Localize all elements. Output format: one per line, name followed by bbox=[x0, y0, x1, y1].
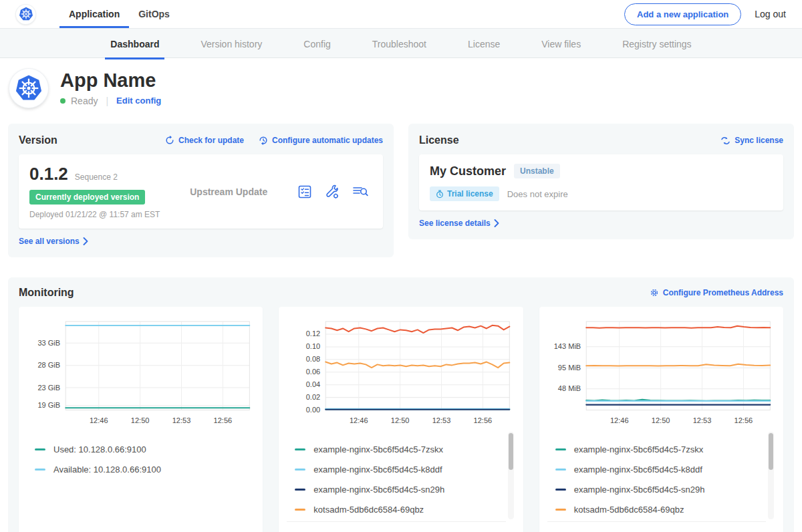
legend-scrollbar[interactable] bbox=[508, 432, 514, 519]
svg-text:23 GiB: 23 GiB bbox=[37, 384, 60, 392]
divider: | bbox=[106, 96, 108, 106]
config-wrench-icon[interactable] bbox=[324, 184, 340, 200]
legend-swatch bbox=[295, 469, 305, 471]
legend-item: example-nginx-5bc6f5d4c5-sn29h bbox=[555, 485, 762, 495]
top-navbar: Application GitOps Add a new application… bbox=[0, 0, 802, 28]
svg-text:0.00: 0.00 bbox=[306, 406, 320, 414]
legend-swatch bbox=[35, 469, 45, 471]
legend-item: example-nginx-5bc6f5d4c5-k8ddf bbox=[555, 464, 762, 475]
legend-label: example-nginx-5bc6f5d4c5-k8ddf bbox=[313, 464, 442, 475]
see-all-versions-link[interactable]: See all versions bbox=[19, 237, 88, 246]
topnav-tab-gitops[interactable]: GitOps bbox=[129, 0, 179, 28]
legend-label: Used: 10.128.0.66:9100 bbox=[53, 444, 146, 454]
chart-card-cpu-usage: 0.000.020.040.060.080.100.1212:4612:5012… bbox=[279, 307, 523, 532]
version-number: 0.1.2 bbox=[29, 164, 68, 184]
deployed-timestamp: Deployed 01/21/22 @ 11:57 am EST bbox=[29, 210, 160, 219]
svg-text:12:46: 12:46 bbox=[90, 416, 108, 424]
app-subnav: Dashboard Version history Config Trouble… bbox=[0, 28, 802, 58]
check-for-update-link[interactable]: Check for update bbox=[165, 136, 244, 145]
topnav-tab-application[interactable]: Application bbox=[59, 0, 129, 28]
topnav-tabs: Application GitOps bbox=[59, 0, 179, 28]
svg-text:12:53: 12:53 bbox=[172, 416, 191, 424]
svg-text:12:56: 12:56 bbox=[214, 416, 233, 424]
trial-license-badge: Trial license bbox=[430, 186, 499, 201]
svg-text:12:56: 12:56 bbox=[474, 416, 493, 424]
legend-divider bbox=[547, 521, 766, 522]
refresh-icon bbox=[165, 136, 174, 145]
app-avatar bbox=[9, 69, 48, 108]
tab-registry-settings[interactable]: Registry settings bbox=[617, 29, 696, 59]
license-details-box: My Customer Unstable Trial license Does … bbox=[419, 154, 783, 211]
license-card: License Sync license My Customer Unstabl… bbox=[408, 124, 794, 239]
version-card: Version Check for update Configure au bbox=[8, 124, 394, 257]
legend-label: example-nginx-5bc6f5d4c5-7zskx bbox=[574, 444, 704, 454]
tab-troubleshoot[interactable]: Troubleshoot bbox=[367, 29, 432, 59]
svg-text:12:53: 12:53 bbox=[692, 416, 711, 424]
legend-swatch bbox=[555, 489, 566, 491]
tab-dashboard[interactable]: Dashboard bbox=[105, 29, 164, 59]
add-new-application-button[interactable]: Add a new application bbox=[624, 3, 741, 25]
tab-version-history[interactable]: Version history bbox=[195, 29, 267, 59]
edit-config-link[interactable]: Edit config bbox=[116, 96, 161, 106]
disk-usage-legend: Used: 10.128.0.66:9100Available: 10.128.… bbox=[27, 434, 255, 525]
svg-text:12:53: 12:53 bbox=[432, 416, 451, 424]
legend-swatch bbox=[295, 448, 305, 450]
legend-scrollbar-thumb[interactable] bbox=[769, 433, 773, 470]
legend-item: kotsadm-5db6dc6584-69qbz bbox=[295, 505, 501, 515]
logout-button[interactable]: Log out bbox=[755, 9, 786, 19]
disk-usage-plot: 19 GiB23 GiB28 GiB33 GiB12:4612:5012:531… bbox=[27, 315, 255, 428]
svg-text:28 GiB: 28 GiB bbox=[37, 361, 60, 369]
legend-divider bbox=[287, 521, 505, 522]
svg-text:0.04: 0.04 bbox=[306, 380, 320, 388]
svg-text:19 GiB: 19 GiB bbox=[37, 401, 60, 409]
configure-prometheus-link[interactable]: Configure Prometheus Address bbox=[650, 288, 783, 297]
chevron-right-icon bbox=[494, 219, 499, 227]
configure-automatic-updates-label: Configure automatic updates bbox=[272, 136, 383, 145]
legend-scrollbar[interactable] bbox=[768, 432, 774, 519]
kubernetes-logo bbox=[16, 5, 35, 24]
svg-text:12:46: 12:46 bbox=[610, 416, 629, 424]
trial-license-label: Trial license bbox=[447, 189, 493, 198]
memory-usage-plot: 48 MiB95 MiB143 MiB12:4612:5012:5312:56 bbox=[547, 315, 775, 428]
version-card-title: Version bbox=[19, 134, 57, 146]
view-logs-icon[interactable] bbox=[352, 184, 368, 199]
monitoring-title: Monitoring bbox=[19, 287, 74, 299]
legend-label: Available: 10.128.0.66:9100 bbox=[53, 464, 161, 475]
legend-label: example-nginx-5bc6f5d4c5-k8ddf bbox=[574, 464, 702, 475]
page-title: App Name bbox=[60, 70, 161, 92]
legend-item: Available: 10.128.0.66:9100 bbox=[35, 464, 241, 475]
svg-text:48 MiB: 48 MiB bbox=[558, 384, 581, 392]
svg-text:33 GiB: 33 GiB bbox=[37, 339, 60, 347]
legend-swatch bbox=[295, 489, 305, 491]
sync-license-link[interactable]: Sync license bbox=[720, 136, 783, 145]
configure-automatic-updates-link[interactable]: Configure automatic updates bbox=[259, 136, 383, 145]
svg-text:12:46: 12:46 bbox=[350, 416, 368, 424]
svg-text:0.12: 0.12 bbox=[306, 329, 320, 338]
legend-swatch bbox=[555, 448, 566, 450]
tab-view-files[interactable]: View files bbox=[536, 29, 586, 59]
legend-label: example-nginx-5bc6f5d4c5-sn29h bbox=[574, 485, 705, 495]
legend-label: kotsadm-5db6dc6584-69qbz bbox=[313, 505, 424, 515]
chart-card-disk-usage: 19 GiB23 GiB28 GiB33 GiB12:4612:5012:531… bbox=[19, 307, 263, 532]
stopwatch-icon bbox=[436, 190, 444, 198]
charts-row: 19 GiB23 GiB28 GiB33 GiB12:4612:5012:531… bbox=[19, 307, 783, 532]
tab-license[interactable]: License bbox=[462, 29, 505, 59]
legend-swatch bbox=[555, 469, 566, 471]
svg-text:12:50: 12:50 bbox=[131, 416, 150, 424]
tab-config[interactable]: Config bbox=[298, 29, 336, 59]
svg-text:143 MiB: 143 MiB bbox=[553, 342, 580, 350]
legend-label: example-nginx-5bc6f5d4c5-sn29h bbox=[313, 485, 444, 495]
legend-scrollbar-thumb[interactable] bbox=[509, 433, 513, 470]
svg-text:12:56: 12:56 bbox=[734, 416, 753, 424]
current-version-box: 0.1.2 Sequence 2 Currently deployed vers… bbox=[19, 154, 383, 229]
svg-text:0.06: 0.06 bbox=[306, 368, 320, 376]
customer-name: My Customer bbox=[430, 164, 506, 178]
preflight-checklist-icon[interactable] bbox=[297, 184, 312, 199]
see-license-details-link[interactable]: See license details bbox=[419, 219, 499, 228]
chart-card-memory-usage: 48 MiB95 MiB143 MiB12:4612:5012:5312:56 … bbox=[539, 307, 783, 532]
kubernetes-logo-icon bbox=[19, 7, 33, 21]
gear-icon bbox=[650, 288, 659, 297]
cpu-usage-legend: example-nginx-5bc6f5d4c5-7zskxexample-ng… bbox=[287, 434, 515, 525]
kubernetes-app-icon bbox=[15, 74, 43, 102]
version-sequence: Sequence 2 bbox=[75, 172, 118, 182]
